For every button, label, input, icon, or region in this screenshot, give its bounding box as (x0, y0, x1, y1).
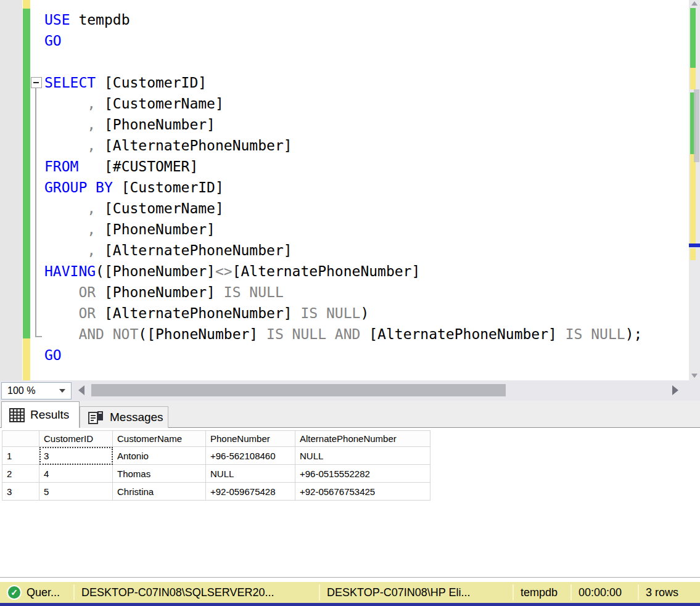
code-collapse-toggle-icon[interactable] (31, 77, 42, 88)
grid-cell[interactable]: Antonio (113, 447, 206, 465)
grid-row-number[interactable]: 1 (2, 447, 39, 465)
grid-cell[interactable]: Thomas (113, 465, 206, 483)
execution-time-text: 00:00:00 (579, 586, 622, 599)
grid-header-row: CustomerIDCustomerNamePhoneNumberAlterna… (2, 431, 430, 447)
horizontal-scrollbar-thumb[interactable] (91, 384, 506, 396)
scroll-left-icon[interactable] (78, 385, 84, 395)
sql-keyword: SELECT (44, 75, 96, 91)
dropdown-arrow-icon (59, 389, 65, 393)
results-tab-bar: Results Messages (0, 401, 700, 428)
grid-column-header[interactable]: CustomerID (39, 431, 113, 447)
grid-row-number[interactable]: 3 (2, 483, 39, 501)
sql-text: [PhoneNumber] (96, 117, 215, 133)
grid-cell-selected[interactable]: 3 (39, 447, 113, 465)
grid-cell[interactable]: +92-059675428 (206, 483, 295, 501)
sql-operator: , (44, 242, 96, 258)
grid-column-header[interactable]: PhoneNumber (206, 431, 295, 447)
code-line[interactable]: , [PhoneNumber] (44, 114, 642, 135)
results-grid-icon (9, 408, 25, 422)
editor-bottom-bar: 100 % (0, 380, 700, 401)
success-check-icon: ✓ (7, 585, 22, 600)
scrollmap-saved-mark (690, 8, 696, 68)
sql-text: ([PhoneNumber] (96, 263, 215, 279)
row-count-segment: 3 rows (639, 584, 700, 600)
grid-corner-header[interactable] (2, 431, 39, 447)
grid-cell[interactable]: +96-0515552282 (295, 465, 430, 483)
sql-operator: IS NULL (224, 284, 284, 300)
login-user-text: DESKTOP-C07IN08\HP Eli... (327, 586, 470, 599)
grid-column-header[interactable]: CustomerName (113, 431, 206, 447)
vertical-scrollbar-thumb[interactable] (694, 89, 699, 162)
messages-icon (88, 410, 104, 425)
code-line[interactable]: HAVING([PhoneNumber]<>[AlternatePhoneNum… (44, 261, 642, 282)
grid-column-header[interactable]: AlternatePhoneNumber (295, 431, 430, 447)
code-line[interactable]: USE tempdb (44, 9, 642, 30)
sql-code-text[interactable]: USE tempdbGOSELECT [CustomerID] , [Custo… (44, 9, 642, 366)
sql-text: [AlternatePhoneNumber] (96, 137, 292, 154)
grid-cell[interactable]: 4 (39, 465, 113, 483)
sql-operator: <> (215, 263, 233, 279)
grid-row: 24ThomasNULL+96-0515552282 (2, 465, 430, 483)
sql-operator: IS NULL (266, 326, 326, 342)
tab-messages-label: Messages (110, 411, 163, 424)
sql-keyword: GROUP BY (44, 179, 113, 195)
sql-text: [AlternatePhoneNumber] (360, 326, 565, 342)
code-line[interactable]: , [AlternatePhoneNumber] (44, 135, 642, 156)
grid-cell[interactable]: 5 (39, 483, 113, 501)
fold-guide-end (35, 336, 42, 337)
grid-cell[interactable]: Christina (113, 483, 206, 501)
sql-operator: AND (335, 326, 361, 342)
sql-text: [AlternatePhoneNumber] (96, 305, 300, 321)
code-line[interactable]: FROM [#CUSTOMER] (44, 156, 642, 177)
grid-cell[interactable]: NULL (295, 447, 430, 465)
change-mark-unsaved (23, 0, 30, 9)
code-line[interactable]: , [CustomerName] (44, 198, 642, 219)
scroll-down-icon[interactable] (691, 374, 698, 378)
code-line[interactable]: , [PhoneNumber] (44, 219, 642, 240)
server-instance-text: DESKTOP-C07IN08\SQLSERVER20... (81, 586, 274, 599)
code-line[interactable]: OR [PhoneNumber] IS NULL (44, 282, 642, 303)
scrollmap-unsaved-mark (690, 248, 696, 260)
code-line[interactable]: GROUP BY [CustomerID] (44, 177, 642, 198)
sql-operator: , (44, 96, 96, 112)
sql-text: ) (360, 305, 369, 321)
vertical-scrollbar[interactable] (689, 0, 700, 380)
sql-editor[interactable]: USE tempdbGOSELECT [CustomerID] , [Custo… (0, 0, 700, 380)
code-line[interactable]: , [AlternatePhoneNumber] (44, 240, 642, 261)
server-instance-segment: DESKTOP-C07IN08\SQLSERVER20... (75, 584, 320, 600)
grid-row-number[interactable]: 2 (2, 465, 39, 483)
code-line[interactable]: , [CustomerName] (44, 93, 642, 114)
editor-gutter (0, 0, 22, 380)
grid-row: 13Antonio+96-562108460NULL (2, 447, 430, 465)
sql-text: [CustomerName] (96, 200, 224, 216)
sql-text: ); (625, 326, 643, 342)
tab-messages[interactable]: Messages (80, 406, 168, 428)
grid-cell[interactable]: +92-05676753425 (295, 483, 430, 501)
scroll-up-icon[interactable] (691, 1, 698, 6)
sql-text: [CustomerID] (96, 75, 207, 91)
tab-results[interactable]: Results (1, 401, 80, 428)
sql-text (326, 326, 335, 342)
code-line[interactable]: OR [AlternatePhoneNumber] IS NULL) (44, 303, 642, 324)
scrollmap-caret-position (689, 244, 700, 247)
sql-operator: , (44, 137, 96, 154)
grid-cell[interactable]: +96-562108460 (206, 447, 295, 465)
zoom-level-dropdown[interactable]: 100 % (1, 382, 72, 399)
results-grid: CustomerIDCustomerNamePhoneNumberAlterna… (2, 430, 430, 501)
sql-operator: , (44, 117, 96, 133)
sql-text: [PhoneNumber] (96, 221, 215, 237)
code-line[interactable] (44, 51, 642, 72)
sql-text: [AlternatePhoneNumber] (96, 242, 292, 258)
scroll-right-icon[interactable] (672, 385, 678, 395)
code-line[interactable]: GO (44, 345, 642, 366)
code-line[interactable]: GO (44, 30, 642, 51)
code-line[interactable]: AND NOT([PhoneNumber] IS NULL AND [Alter… (44, 324, 642, 345)
sql-keyword: GO (44, 347, 62, 363)
sql-text: ([PhoneNumber] (138, 326, 266, 342)
sql-operator: IS NULL (566, 326, 625, 342)
grid-cell[interactable]: NULL (206, 465, 295, 483)
grid-row: 35Christina+92-059675428+92-05676753425 (2, 483, 430, 501)
change-mark-unsaved (23, 338, 30, 380)
code-line[interactable]: SELECT [CustomerID] (44, 72, 642, 93)
ssms-query-window: USE tempdbGOSELECT [CustomerID] , [Custo… (0, 0, 700, 606)
